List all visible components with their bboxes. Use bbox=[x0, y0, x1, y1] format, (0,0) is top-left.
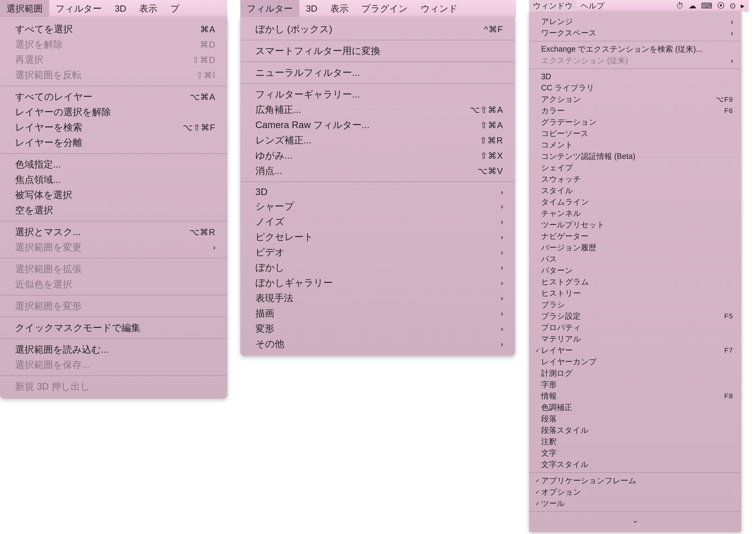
chevron-right-icon: › bbox=[726, 56, 733, 65]
menu-item[interactable]: すべてを選択⌘A bbox=[0, 21, 228, 37]
menu-item[interactable]: 字形 bbox=[529, 379, 741, 390]
menu-item[interactable]: レイヤーを分離 bbox=[0, 135, 228, 150]
menubar-item[interactable]: プ bbox=[164, 0, 186, 17]
menu-item-label: 3D bbox=[541, 72, 733, 81]
status-icon[interactable]: ⌨ bbox=[701, 1, 712, 10]
menu-item[interactable]: CC ライブラリ bbox=[529, 82, 741, 94]
menu-item[interactable]: マテリアル bbox=[529, 333, 741, 345]
menu-item[interactable]: ヒストグラム bbox=[529, 276, 741, 288]
menu-item[interactable]: ゆがみ...⇧⌘X bbox=[240, 148, 515, 163]
menu-item[interactable]: ヒストリー bbox=[529, 288, 741, 299]
menu-item[interactable]: 計測ログ bbox=[529, 368, 741, 379]
menu-item[interactable]: ピクセレート› bbox=[240, 229, 515, 244]
menu-item[interactable]: アレンジ› bbox=[529, 16, 741, 27]
scroll-down-icon[interactable]: ⌄ bbox=[529, 514, 741, 528]
menu-item[interactable]: タイムライン bbox=[529, 196, 741, 208]
menu-item[interactable]: 段落スタイル bbox=[529, 425, 741, 436]
menu-item[interactable]: パス bbox=[529, 253, 741, 265]
menu-item[interactable]: チャンネル bbox=[529, 208, 741, 219]
menu-item[interactable]: ノイズ› bbox=[240, 214, 515, 229]
menu-item[interactable]: ニューラルフィルター... bbox=[240, 65, 515, 80]
menu-item[interactable]: レイヤーの選択を解除 bbox=[0, 104, 228, 120]
menu-item[interactable]: 空を選択 bbox=[0, 203, 228, 218]
menu-item[interactable]: 選択範囲を読み込む... bbox=[0, 342, 228, 357]
chevron-right-icon: › bbox=[497, 202, 503, 211]
menu-item[interactable]: ✓アプリケーションフレーム bbox=[529, 475, 741, 486]
menu-item[interactable]: プロパティ bbox=[529, 322, 741, 333]
menubar-item[interactable]: ヘルプ bbox=[577, 0, 608, 12]
status-icon[interactable]: ⦿ bbox=[717, 1, 725, 10]
menu-item[interactable]: ワークスペース› bbox=[529, 27, 741, 39]
status-icon[interactable]: ⏱ bbox=[676, 1, 684, 10]
menubar-item[interactable]: ウィンド bbox=[414, 0, 464, 17]
menu-item[interactable]: ✓レイヤーF7 bbox=[529, 345, 741, 356]
menu-item[interactable]: 焦点領域... bbox=[0, 172, 228, 187]
menu-item[interactable]: パターン bbox=[529, 265, 741, 276]
menu-item[interactable]: ナビゲーター bbox=[529, 231, 741, 242]
menu-item[interactable]: 変形› bbox=[240, 321, 515, 336]
menu-item-label: カラー bbox=[541, 106, 720, 116]
menu-item[interactable]: 消点...⌥⌘V bbox=[240, 163, 515, 179]
menubar-item[interactable]: 表示 bbox=[324, 0, 355, 17]
status-icon[interactable]: ☁ bbox=[688, 1, 696, 10]
menu-item[interactable]: 広角補正...⌥⇧⌘A bbox=[240, 102, 515, 117]
menu-item[interactable]: Exchange でエクステンションを検索 (従来)... bbox=[529, 43, 741, 55]
menu-item[interactable]: 描画› bbox=[240, 306, 515, 321]
menu-item[interactable]: 3D› bbox=[240, 185, 515, 199]
menu-item[interactable]: スマートフィルター用に変換 bbox=[240, 43, 515, 59]
menu-item[interactable]: バージョン履歴 bbox=[529, 242, 741, 253]
menu-item[interactable]: ぼかし (ボックス)^⌘F bbox=[240, 21, 515, 37]
menu-item[interactable]: 選択とマスク...⌥⌘R bbox=[0, 224, 228, 240]
menu-item[interactable]: レンズ補正...⇧⌘R bbox=[240, 133, 515, 148]
menu-item[interactable]: 3D bbox=[529, 71, 741, 82]
menu-item[interactable]: スタイル bbox=[529, 185, 741, 196]
menubar-item[interactable]: フィルター bbox=[240, 0, 299, 17]
menu-item[interactable]: Camera Raw フィルター...⇧⌘A bbox=[240, 117, 515, 133]
menu-item[interactable]: レイヤーカンプ bbox=[529, 356, 741, 368]
menu-item[interactable]: コメント bbox=[529, 139, 741, 151]
menu-item[interactable]: 色域指定... bbox=[0, 157, 228, 172]
menu-item[interactable]: すべてのレイヤー⌥⌘A bbox=[0, 89, 228, 104]
menu-item[interactable]: アクション⌥F9 bbox=[529, 94, 741, 105]
status-icon[interactable]: ▸ bbox=[741, 1, 744, 10]
menu-item[interactable]: コピーソース bbox=[529, 128, 741, 139]
menu-item[interactable]: その他› bbox=[240, 336, 515, 352]
menu-item[interactable]: 文字スタイル bbox=[529, 459, 741, 470]
menu-item[interactable]: 色調補正 bbox=[529, 402, 741, 413]
menu-shortcut: ⇧⌘R bbox=[475, 136, 503, 145]
menu-item[interactable]: ぼかし› bbox=[240, 260, 515, 275]
menu-item[interactable]: 表現手法› bbox=[240, 291, 515, 306]
menubar-item[interactable]: プラグイン bbox=[355, 0, 414, 17]
menu-item[interactable]: スウォッチ bbox=[529, 173, 741, 185]
menu-item[interactable]: コンテンツ認証情報 (Beta) bbox=[529, 151, 741, 162]
menu-item[interactable]: シェイプ bbox=[529, 162, 741, 173]
menu-item[interactable]: 情報F8 bbox=[529, 390, 741, 402]
menu-item[interactable]: ✓ツール bbox=[529, 498, 741, 509]
menu-item[interactable]: ✓オプション bbox=[529, 486, 741, 498]
status-icon[interactable]: ⊙ bbox=[729, 1, 736, 10]
menu-item[interactable]: シャープ› bbox=[240, 199, 515, 214]
menubar-item[interactable]: 表示 bbox=[133, 0, 164, 17]
menu-item[interactable]: ブラシ設定F5 bbox=[529, 311, 741, 322]
menubar-item[interactable]: 3D bbox=[299, 0, 324, 17]
menu-item[interactable]: ツールプリセット bbox=[529, 219, 741, 231]
menu-item[interactable]: フィルターギャラリー... bbox=[240, 87, 515, 102]
menu-item[interactable]: 被写体を選択 bbox=[0, 187, 228, 203]
menu-separator bbox=[240, 40, 515, 40]
menu-item[interactable]: グラデーション bbox=[529, 116, 741, 128]
menu-item[interactable]: 文字 bbox=[529, 447, 741, 459]
menu-item[interactable]: クイックマスクモードで編集 bbox=[0, 320, 228, 336]
menubar-item[interactable]: フィルター bbox=[49, 0, 108, 17]
menubar-item[interactable]: 3D bbox=[108, 0, 133, 17]
menu-item[interactable]: ぼかしギャラリー› bbox=[240, 275, 515, 291]
menu-item[interactable]: カラーF6 bbox=[529, 105, 741, 116]
menu-item[interactable]: ブラシ bbox=[529, 299, 741, 311]
menu-item[interactable]: レイヤーを検索⌥⇧⌘F bbox=[0, 120, 228, 135]
menu-item[interactable]: 段落 bbox=[529, 413, 741, 425]
menu-shortcut: ⇧⌘X bbox=[476, 151, 503, 161]
menubar-item[interactable]: 選択範囲 bbox=[0, 0, 49, 17]
menu-item-label: 選択範囲を拡張 bbox=[15, 263, 216, 275]
menubar-item[interactable]: ウィンドウ bbox=[529, 0, 577, 12]
menu-item[interactable]: 注釈 bbox=[529, 436, 741, 447]
menu-item[interactable]: ビデオ› bbox=[240, 244, 515, 260]
